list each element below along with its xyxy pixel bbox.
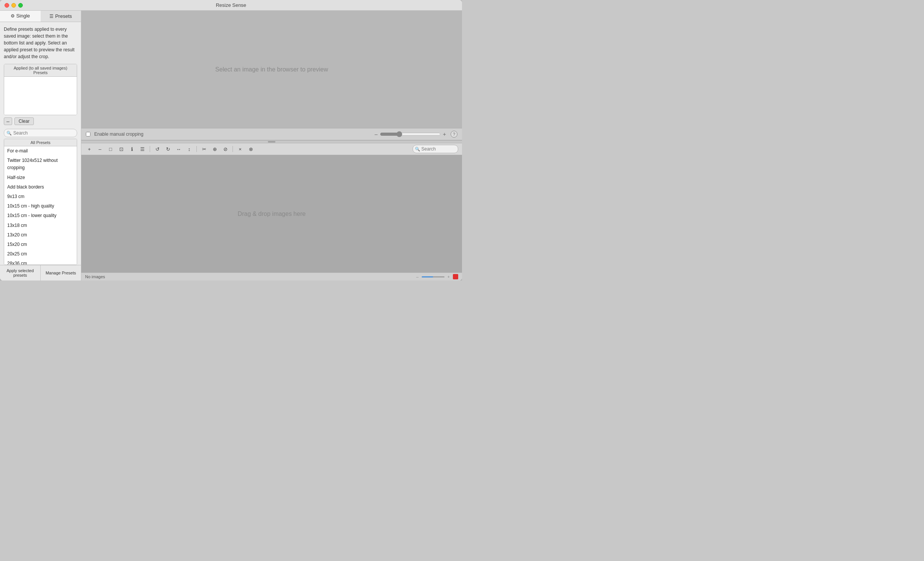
add-button[interactable]: + (85, 145, 93, 153)
help-button[interactable]: ? (451, 131, 457, 138)
applied-presets-section: Applied (to all saved images) Presets (4, 64, 77, 115)
traffic-lights (5, 3, 23, 8)
applied-presets-list[interactable] (4, 77, 77, 115)
maximize-button[interactable] (18, 3, 23, 8)
slider-area: – + ? (375, 131, 457, 138)
close-all-button[interactable]: ⊗ (247, 145, 255, 153)
list-item[interactable]: Twitter 1024x512 without cropping (4, 156, 77, 173)
list-item[interactable]: 10x15 cm - high quality (4, 201, 77, 211)
manage-presets-button[interactable]: Manage Presets (41, 265, 81, 280)
applied-actions: – Clear (0, 115, 81, 127)
enable-cropping-checkbox[interactable] (86, 132, 90, 136)
tab-bar: ⚙ Single ☰ Presets (0, 11, 81, 22)
export-button[interactable]: ⊘ (221, 145, 229, 153)
browser-placeholder-text: Drag & drop images here (238, 211, 306, 217)
list-item[interactable]: 15x20 cm (4, 240, 77, 249)
list-view-button[interactable]: ☰ (138, 145, 147, 153)
browser-area[interactable]: Drag & drop images here (81, 155, 462, 273)
info-button[interactable]: ℹ (128, 145, 136, 153)
zoom-slider[interactable] (380, 131, 441, 137)
all-presets-section: All Presets For e-mailTwitter 1024x512 w… (4, 139, 77, 265)
save-button[interactable]: □ (106, 145, 115, 153)
list-item[interactable]: 20x25 cm (4, 249, 77, 259)
status-right: – + (416, 274, 458, 279)
browser-search-box: 🔍 (413, 145, 458, 153)
browser-search-icon: 🔍 (415, 147, 420, 152)
rotate-right-button[interactable]: ↻ (164, 145, 172, 153)
preview-area: Select an image in the browser to previe… (81, 11, 462, 128)
list-item[interactable]: 28x36 cm (4, 259, 77, 265)
zoom-minus-icon[interactable]: – (375, 131, 378, 137)
presets-list[interactable]: For e-mailTwitter 1024x512 without cropp… (4, 146, 77, 265)
list-item[interactable]: Half-size (4, 173, 77, 182)
status-text: No images (85, 274, 105, 279)
list-item[interactable]: 10x15 cm - lower quality (4, 211, 77, 220)
right-panel: Select an image in the browser to previe… (81, 11, 462, 280)
list-item[interactable]: 13x18 cm (4, 221, 77, 230)
search-icon: 🔍 (6, 131, 12, 136)
save-all-button[interactable]: ⊡ (117, 145, 125, 153)
gear-icon: ⚙ (11, 13, 15, 19)
preview-placeholder-text: Select an image in the browser to previe… (215, 66, 328, 73)
enable-cropping-label: Enable manual cropping (94, 132, 143, 137)
tab-presets[interactable]: ☰ Presets (41, 11, 81, 22)
minimize-button[interactable] (11, 3, 16, 8)
close-one-button[interactable]: × (236, 145, 244, 153)
description-text: Define presets applied to every saved im… (0, 22, 81, 64)
zoom-plus-icon[interactable]: + (443, 131, 446, 137)
separator-1 (150, 146, 150, 152)
crop-tool-button[interactable]: ✂ (200, 145, 208, 153)
red-indicator (453, 274, 458, 279)
remove-button[interactable]: – (96, 145, 104, 153)
status-bar: No images – + (81, 273, 462, 280)
flip-v-button[interactable]: ↕ (185, 145, 193, 153)
search-box: 🔍 (4, 129, 77, 137)
list-icon: ☰ (49, 14, 54, 19)
list-item[interactable]: 13x20 cm (4, 230, 77, 240)
search-input[interactable] (4, 129, 77, 137)
separator-3 (233, 146, 233, 152)
tab-single-label: Single (16, 13, 30, 19)
tab-single[interactable]: ⚙ Single (0, 11, 41, 22)
remove-preset-button[interactable]: – (4, 117, 12, 125)
applied-presets-header: Applied (to all saved images) Presets (4, 64, 77, 77)
rotate-left-button[interactable]: ↺ (153, 145, 161, 153)
separator-2 (196, 146, 197, 152)
apply-selected-button[interactable]: Apply selected presets (0, 265, 41, 280)
left-panel: ⚙ Single ☰ Presets Define presets applie… (0, 11, 81, 280)
all-presets-header: All Presets (4, 139, 77, 146)
clear-button[interactable]: Clear (14, 117, 34, 125)
titlebar: Resize Sense (0, 0, 462, 11)
flip-h-button[interactable]: ↔ (174, 145, 183, 153)
browser-toolbar: + – □ ⊡ ℹ ☰ ↺ ↻ ↔ ↕ ✂ ⊕ ⊘ × ⊗ 🔍 (81, 143, 462, 155)
cropping-bar: Enable manual cropping – + ? (81, 128, 462, 140)
close-button[interactable] (5, 3, 9, 8)
list-item[interactable]: For e-mail (4, 146, 77, 156)
scroll-indicator (268, 141, 275, 143)
zoom-in-icon[interactable]: + (448, 274, 450, 279)
list-item[interactable]: 9x13 cm (4, 192, 77, 201)
window-title: Resize Sense (216, 2, 246, 8)
list-item[interactable]: Add black borders (4, 182, 77, 192)
zoom-out-icon[interactable]: – (416, 274, 418, 279)
adjust-button[interactable]: ⊕ (210, 145, 219, 153)
scroll-divider (81, 140, 462, 143)
bottom-buttons: Apply selected presets Manage Presets (0, 265, 81, 280)
tab-presets-label: Presets (55, 13, 72, 19)
